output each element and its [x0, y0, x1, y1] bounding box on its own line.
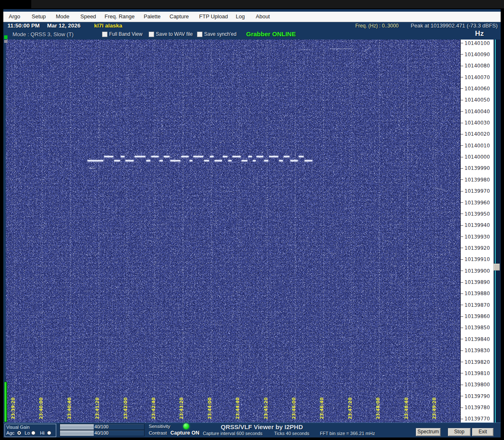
freq-label: 10139950: [464, 211, 490, 217]
freq-row: 10139940: [461, 223, 494, 228]
signal-segment: [181, 156, 189, 157]
menu-item-freq-range[interactable]: Freq. Range: [105, 13, 135, 20]
freq-tick-mark: [461, 282, 463, 283]
freq-row: 10140100: [461, 40, 494, 46]
menu-item-about[interactable]: About: [256, 13, 270, 20]
signal-segment: [193, 156, 203, 157]
freq-label: 10139870: [464, 302, 490, 308]
checkbox-label-save-to-wav-file: Save to WAV file: [156, 31, 193, 37]
freq-row: 10140080: [461, 63, 494, 69]
argo-application-window: ArgoSetupModeSpeedFreq. RangePaletteCapt…: [0, 0, 504, 440]
slider-value-contrast: 40/100: [95, 430, 109, 435]
freq-tick-mark: [461, 271, 463, 271]
signal-segment: [104, 156, 113, 157]
freq-row: 10139800: [461, 382, 494, 388]
freq-label: 10139800: [464, 382, 490, 388]
freq-tick-mark: [461, 419, 463, 419]
freq-label: 10139980: [464, 177, 490, 183]
freq-label: 10139840: [464, 336, 490, 342]
callsign-label: kl7l alaska: [94, 22, 122, 29]
capture-position-marker: [4, 35, 7, 39]
freq-tick-mark: [461, 202, 463, 203]
signal-segment: [248, 156, 252, 157]
checkbox-box-save-synch-ed[interactable]: [197, 32, 202, 37]
freq-row: 10139860: [461, 314, 494, 319]
freq-label: 10139910: [464, 256, 490, 262]
slider-sensitivity[interactable]: 40/100: [60, 424, 145, 430]
time-label: 23:40:00: [38, 398, 43, 419]
exit-button[interactable]: Exit: [472, 428, 494, 436]
spectrogram-canvas: 23:39:2023:40:0023:40:4023:41:2023:42:00…: [6, 40, 460, 423]
freq-axis-unit: Hz: [470, 30, 489, 38]
freq-tick-mark: [461, 88, 463, 89]
freq-tick-mark: [461, 362, 463, 362]
freq-row: 10139830: [461, 348, 494, 353]
freq-scrollbar-thumb[interactable]: [494, 264, 500, 271]
slider-contrast[interactable]: 40/100: [60, 430, 145, 436]
signal-segment: [146, 160, 150, 162]
freq-row: 10139770: [461, 416, 494, 422]
time-label: 23:42:40: [151, 398, 156, 419]
menu-item-capture[interactable]: Capture: [170, 13, 189, 20]
signal-segment: [164, 156, 170, 157]
checkbox-box-full-band-view[interactable]: [102, 32, 107, 37]
freq-row: 10139820: [461, 359, 494, 365]
capture-progress-bar: [4, 382, 7, 422]
freq-row: 10139990: [461, 166, 494, 171]
slider-name-contrast: Contrast: [149, 430, 167, 435]
stop-button[interactable]: Stop: [448, 428, 471, 436]
freq-label: 10140020: [464, 131, 490, 137]
freq-label: 10139940: [464, 222, 490, 228]
signal-segment: [284, 156, 289, 157]
freq-row: 10139840: [461, 336, 494, 342]
freq-row: 10140010: [461, 143, 494, 148]
signal-segment: [253, 160, 256, 162]
menu-item-speed[interactable]: Speed: [80, 13, 96, 20]
freq-tick-mark: [461, 373, 463, 373]
freq-tick-mark: [461, 408, 463, 408]
menu-item-ftp-upload[interactable]: FTP Upload: [199, 13, 228, 20]
time-label: 23:40:40: [67, 398, 72, 419]
radio-label-lo: Lo: [25, 430, 30, 435]
radio-agc[interactable]: [17, 431, 21, 435]
spectrum-button[interactable]: Spectrum: [416, 428, 441, 436]
spectrogram-display: 23:39:2023:40:0023:40:4023:41:2023:42:00…: [6, 40, 460, 423]
menu-bar: ArgoSetupModeSpeedFreq. RangePaletteCapt…: [3, 12, 501, 22]
menu-item-palette[interactable]: Palette: [144, 13, 160, 20]
freq-row: 10140050: [461, 97, 494, 103]
signal-segment: [304, 160, 312, 162]
capture-led-indicator: [183, 423, 189, 429]
freq-scrollbar[interactable]: [494, 40, 500, 423]
slider-value-sensitivity: 40/100: [95, 424, 109, 429]
time-label: 23:43:20: [179, 398, 184, 419]
radio-hi[interactable]: [47, 431, 51, 435]
time-label: 23:48:40: [404, 398, 409, 419]
freq-label: 10140030: [464, 120, 490, 126]
checkbox-box-save-to-wav-file[interactable]: [149, 32, 154, 37]
menu-item-log[interactable]: Log: [236, 13, 245, 20]
app-title: QRSS/VLF Viewer by I2PHD: [221, 423, 303, 430]
time-label: 23:49:20: [432, 398, 437, 419]
menu-item-argo[interactable]: Argo: [9, 13, 20, 20]
freq-label: 10140010: [464, 143, 490, 149]
freq-row: 10140060: [461, 86, 494, 91]
menu-item-mode[interactable]: Mode: [56, 13, 70, 20]
mode-bar: Mode : QRSS 3, Slow (T) Grabber ONLINE F…: [3, 30, 501, 40]
freq-row: 10139880: [461, 291, 494, 296]
signal-segment: [269, 156, 278, 157]
radio-label-agc: Agc: [6, 430, 15, 435]
checkbox-label-full-band-view: Full Band View: [109, 31, 142, 37]
freq-tick-mark: [461, 77, 463, 77]
visual-gain-label: Visual Gain: [6, 425, 30, 430]
menu-item-setup[interactable]: Setup: [32, 13, 46, 20]
freq-row: 10139870: [461, 302, 494, 308]
freq-label: 10139880: [464, 291, 490, 296]
freq-row: 10140030: [461, 120, 494, 126]
freq-tick-mark: [461, 351, 463, 351]
signal-segment: [170, 160, 180, 162]
freq-label: 10140080: [464, 63, 490, 69]
time-label: 23:46:00: [291, 398, 296, 419]
status-bar: Visual Gain AgcLoHi Capture ON QRSS/VLF …: [3, 423, 501, 438]
radio-lo[interactable]: [31, 431, 35, 435]
signal-segment: [210, 156, 214, 157]
